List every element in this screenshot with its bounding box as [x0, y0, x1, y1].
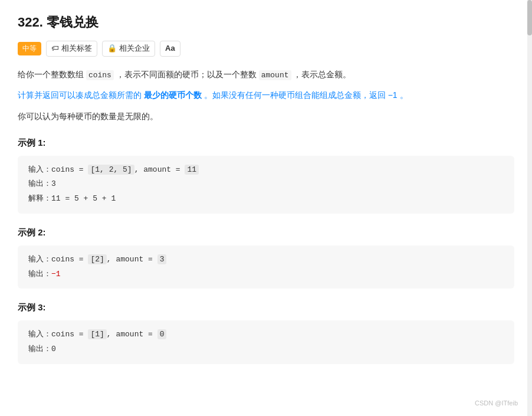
minus-one: −1: [51, 270, 61, 279]
difficulty-badge: 中等: [18, 42, 41, 55]
highlight-text: 最少的硬币个数: [144, 90, 202, 100]
tag-icon: 🏷: [51, 42, 59, 55]
example-2-line-1: 输入：coins = [2], amount = 3: [28, 253, 504, 267]
description-3: 你可以认为每种硬币的数量是无限的。: [18, 109, 514, 124]
scrollbar[interactable]: [527, 0, 532, 416]
example-1-line-1: 输入：coins = [1, 2, 5], amount = 11: [28, 163, 504, 178]
font-icon: Aa: [165, 42, 175, 55]
tags-row: 中等 🏷 相关标签 🔒 相关企业 Aa: [18, 41, 514, 57]
example-3-box: 输入：coins = [1], amount = 0 输出：0: [18, 320, 514, 363]
example-3-title: 示例 3:: [18, 300, 514, 315]
example-1-line-2: 输出：3: [28, 177, 504, 192]
related-tags-button[interactable]: 🏷 相关标签: [46, 41, 97, 57]
page-container: 322. 零钱兑换 中等 🏷 相关标签 🔒 相关企业 Aa 给你一个整数数组 c…: [0, 0, 532, 416]
example-1-title: 示例 1:: [18, 136, 514, 150]
example-1-line-3: 解释：11 = 5 + 5 + 1: [28, 192, 504, 207]
coins-code: coins: [86, 70, 114, 80]
example-2-title: 示例 2:: [18, 225, 514, 240]
page-title: 322. 零钱兑换: [18, 12, 514, 32]
description-2: 计算并返回可以凑成总金额所需的 最少的硬币个数 。如果没有任何一种硬币组合能组成…: [18, 88, 514, 103]
related-tags-label: 相关标签: [61, 42, 92, 55]
lock-icon: 🔒: [107, 42, 117, 55]
amount-code: amount: [259, 70, 291, 80]
example-3-line-2: 输出：0: [28, 342, 504, 357]
description-1: 给你一个整数数组 coins ，表示不同面额的硬币；以及一个整数 amount …: [18, 67, 514, 82]
example-1-box: 输入：coins = [1, 2, 5], amount = 11 输出：3 解…: [18, 156, 514, 214]
example-2-box: 输入：coins = [2], amount = 3 输出：−1: [18, 245, 514, 289]
related-company-label: 相关企业: [119, 42, 150, 55]
scrollbar-thumb[interactable]: [527, 0, 532, 35]
footer-credit: CSDN @ITfeib: [475, 398, 518, 409]
related-company-button[interactable]: 🔒 相关企业: [102, 41, 155, 57]
example-3-line-1: 输入：coins = [1], amount = 0: [28, 327, 504, 342]
font-size-button[interactable]: Aa: [160, 41, 180, 57]
example-2-line-2: 输出：−1: [28, 267, 504, 282]
